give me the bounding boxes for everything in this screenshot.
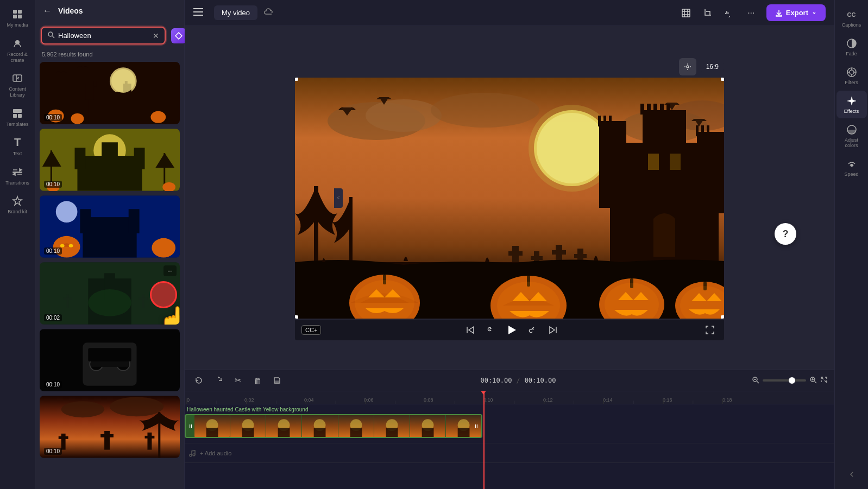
sidebar-item-my-media[interactable]: My media (2, 4, 33, 31)
undo-icon[interactable] (721, 4, 738, 22)
svg-rect-66 (61, 434, 66, 450)
export-button[interactable]: Export (766, 4, 826, 21)
content-library-icon (11, 72, 24, 85)
video-thumb-4[interactable]: 00:02 ··· 👆 (40, 262, 180, 325)
video-duration-4: 00:02 (44, 314, 62, 321)
svg-rect-9 (13, 172, 22, 173)
back-button[interactable]: ← (41, 4, 54, 17)
svg-rect-2 (13, 15, 17, 18)
video-thumb-3[interactable]: 00:10 (40, 195, 180, 258)
video-thumb-2[interactable]: 00:10 (40, 129, 180, 191)
cc-button[interactable]: CC+ (301, 325, 321, 335)
svg-rect-93 (696, 125, 699, 136)
video-more-button-4[interactable]: ··· (163, 265, 177, 276)
tab-my-video[interactable]: My video (214, 5, 257, 20)
right-panel-adjust-colors[interactable]: Adjust colors (836, 119, 867, 153)
zoom-out-button[interactable] (752, 376, 759, 385)
right-panel-expand[interactable] (836, 464, 867, 485)
svg-rect-101 (666, 104, 670, 115)
zoom-in-button[interactable] (809, 376, 817, 385)
zoom-thumb[interactable] (789, 377, 795, 384)
svg-rect-176 (350, 428, 362, 437)
sidebar-item-transitions-label: Transitions (5, 180, 29, 186)
sidebar-item-record[interactable]: Record &create (2, 34, 33, 67)
search-input[interactable] (58, 31, 149, 40)
help-button[interactable]: ? (775, 223, 796, 245)
crop-icon[interactable] (699, 4, 716, 22)
sidebar-item-content-library-label: Content Library (4, 86, 30, 98)
cloud-save-icon[interactable] (264, 8, 274, 18)
zoom-controls (752, 376, 828, 385)
canvas-handle-tl[interactable] (295, 78, 298, 81)
add-audio-button[interactable]: + Add audio (200, 450, 231, 456)
panel-header: ← Videos (35, 0, 184, 22)
sidebar-item-text[interactable]: T Text (2, 133, 33, 160)
right-panel-filters[interactable]: Filters (836, 62, 867, 90)
delete-button[interactable]: 🗑 (250, 373, 265, 388)
fade-icon (846, 37, 858, 49)
svg-rect-168 (206, 428, 218, 437)
clip-title-label: Halloween haunted Castle with Yellow bac… (187, 407, 308, 412)
right-panel-speed[interactable]: Speed (836, 154, 867, 181)
svg-point-184 (193, 454, 195, 456)
video-thumb-1[interactable]: 00:10 (40, 62, 180, 124)
playhead-audio (483, 391, 485, 489)
right-panel-effects[interactable]: Effects (836, 91, 867, 118)
cut-button[interactable]: ✂ (230, 373, 246, 388)
svg-point-64 (61, 401, 104, 417)
svg-marker-136 (469, 327, 474, 333)
svg-rect-54 (142, 295, 144, 308)
forward-button[interactable] (525, 322, 540, 338)
svg-point-12 (48, 32, 53, 36)
search-diamond-button[interactable] (171, 28, 186, 43)
right-panel-fade[interactable]: Fade (836, 33, 867, 61)
svg-rect-0 (13, 10, 17, 14)
play-button[interactable] (504, 322, 519, 338)
effects-icon (846, 95, 858, 107)
svg-point-193 (851, 165, 852, 167)
fullscreen-button[interactable] (702, 322, 718, 338)
expand-timeline-button[interactable] (820, 376, 828, 385)
zoom-slider[interactable] (763, 379, 806, 382)
sidebar-item-templates[interactable]: Templates (2, 104, 33, 131)
save-button[interactable] (269, 373, 285, 388)
svg-marker-14 (175, 33, 182, 39)
svg-rect-62 (88, 348, 131, 361)
redo-timeline-button[interactable] (211, 373, 226, 388)
right-panel-captions[interactable]: CC Captions (836, 4, 867, 32)
resize-icon[interactable] (677, 4, 695, 22)
svg-rect-76 (682, 9, 690, 17)
adjust-colors-label: Adjust colors (839, 137, 865, 148)
svg-point-56 (88, 289, 131, 316)
video-thumb-6[interactable]: 00:10 (40, 396, 180, 458)
canvas-handle-bl[interactable] (295, 315, 298, 319)
more-options-icon[interactable]: ··· (743, 4, 760, 22)
video-clip[interactable]: ⏸ (185, 414, 482, 438)
undo-timeline-button[interactable] (191, 373, 206, 388)
hamburger-menu[interactable] (193, 7, 203, 18)
svg-rect-111 (552, 250, 566, 255)
canvas-handle-tr[interactable] (721, 78, 724, 81)
sidebar-item-content-library[interactable]: Content Library (2, 68, 33, 101)
captions-label: Captions (842, 22, 861, 28)
video-duration-3: 00:10 (44, 247, 62, 255)
canvas-handle-br[interactable] (721, 315, 724, 319)
svg-rect-68 (104, 431, 110, 450)
clip-pause-icon[interactable]: ⏸ (188, 423, 193, 429)
search-row: ✕ (35, 22, 184, 49)
sidebar-item-my-media-label: My media (7, 22, 28, 28)
skip-forward-button[interactable] (545, 322, 561, 338)
collapse-panel-button[interactable]: < (334, 188, 343, 208)
skip-back-button[interactable] (463, 322, 478, 338)
sidebar-item-transitions[interactable]: Transitions (2, 162, 33, 189)
search-clear-button[interactable]: ✕ (153, 31, 159, 40)
svg-rect-103 (670, 154, 681, 170)
video-duration-1: 00:10 (44, 114, 62, 121)
canvas-settings-icon[interactable] (679, 58, 696, 75)
templates-icon (11, 107, 24, 120)
rewind-button[interactable] (483, 322, 499, 338)
svg-rect-67 (59, 436, 68, 439)
sidebar-item-brand-kit[interactable]: Brand kit (2, 191, 33, 218)
audio-track: + Add audio (185, 443, 834, 463)
video-thumb-5[interactable]: 00:10 (40, 329, 180, 391)
